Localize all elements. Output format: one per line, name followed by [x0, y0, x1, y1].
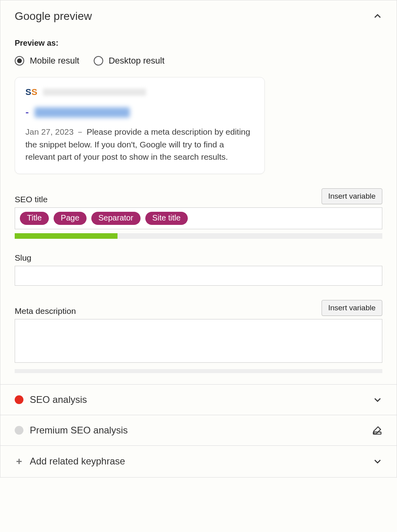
chevron-down-icon	[373, 395, 382, 404]
edit-icon	[372, 425, 382, 435]
seo-analysis-row[interactable]: SEO analysis	[0, 384, 397, 415]
preview-title-blurred	[35, 107, 130, 118]
slug-block: Slug	[15, 253, 382, 286]
seo-title-label: SEO title	[15, 195, 48, 204]
status-dot-gray	[15, 426, 23, 435]
accordion-title: SEO analysis	[30, 394, 87, 405]
preview-description: Jan 27, 2023 － Please provide a meta des…	[25, 126, 254, 163]
preview-as-block: Preview as: Mobile result Desktop result	[15, 39, 382, 66]
variable-chip[interactable]: Page	[54, 212, 87, 225]
variable-chip[interactable]: Separator	[91, 212, 141, 225]
meta-description-label: Meta description	[15, 306, 76, 316]
accordion-title: Add related keyphrase	[30, 456, 125, 467]
meta-description-input[interactable]	[15, 319, 382, 363]
insert-variable-button[interactable]: Insert variable	[322, 188, 382, 204]
radio-mobile-result[interactable]: Mobile result	[15, 56, 79, 66]
meta-description-block: Meta description Insert variable	[15, 300, 382, 373]
status-dot-red	[15, 395, 23, 404]
section-header[interactable]: Google preview	[15, 10, 382, 23]
slug-label: Slug	[15, 253, 382, 263]
radio-desktop-result[interactable]: Desktop result	[94, 56, 165, 66]
seo-title-progress	[15, 233, 382, 239]
preview-url-blurred	[43, 89, 146, 96]
section-title: Google preview	[15, 10, 92, 23]
google-preview-section: Google preview Preview as: Mobile result…	[0, 0, 397, 384]
plus-icon: +	[15, 455, 23, 468]
preview-date: Jan 27, 2023	[25, 127, 73, 136]
variable-chip[interactable]: Title	[20, 212, 49, 225]
preview-url-row: SS	[25, 87, 254, 97]
chevron-down-icon	[373, 457, 382, 466]
slug-input[interactable]	[15, 266, 382, 286]
seo-panel: Google preview Preview as: Mobile result…	[0, 0, 397, 478]
accordion-title: Premium SEO analysis	[30, 425, 128, 436]
variable-chip[interactable]: Site title	[145, 212, 188, 225]
premium-seo-analysis-row[interactable]: Premium SEO analysis	[0, 415, 397, 445]
title-dash: -	[25, 106, 29, 118]
radio-indicator	[15, 56, 24, 66]
site-favicon: SS	[25, 87, 37, 97]
radio-indicator	[94, 56, 103, 66]
radio-label: Mobile result	[30, 56, 79, 66]
seo-title-block: SEO title Insert variable Title Page Sep…	[15, 188, 382, 239]
preview-sep: －	[76, 127, 84, 136]
preview-as-label: Preview as:	[15, 39, 382, 48]
meta-description-progress	[15, 369, 382, 373]
radio-group: Mobile result Desktop result	[15, 56, 382, 66]
insert-variable-button[interactable]: Insert variable	[322, 300, 382, 316]
google-preview-card: SS - Jan 27, 2023 － Please provide a met…	[15, 77, 265, 174]
radio-label: Desktop result	[109, 56, 165, 66]
preview-title-row: -	[25, 106, 254, 118]
chevron-up-icon	[373, 12, 382, 21]
add-related-keyphrase-row[interactable]: + Add related keyphrase	[0, 445, 397, 477]
seo-title-input[interactable]: Title Page Separator Site title	[15, 207, 382, 229]
